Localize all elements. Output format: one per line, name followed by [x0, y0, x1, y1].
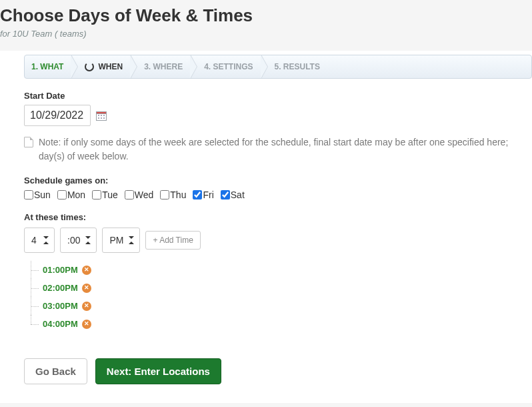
day-thu[interactable]: Thu — [160, 189, 186, 200]
svg-rect-3 — [101, 115, 102, 116]
main-panel: 1. WHAT WHEN 3. WHERE 4. SETTINGS 5. RES… — [0, 51, 532, 403]
time-entry: 01:00PM — [31, 261, 532, 279]
svg-rect-1 — [97, 111, 107, 113]
checkbox-thu[interactable] — [160, 190, 169, 199]
minute-select[interactable]: :00 — [60, 228, 97, 253]
day-wed[interactable]: Wed — [125, 189, 154, 200]
checkbox-sun[interactable] — [24, 190, 33, 199]
time-entry: 02:00PM — [31, 279, 532, 297]
next-button[interactable]: Next: Enter Locations — [95, 358, 221, 384]
time-entry: 03:00PM — [31, 297, 532, 315]
start-date-label: Start Date — [24, 91, 532, 101]
document-icon — [24, 137, 33, 147]
chevron-icon — [191, 55, 197, 79]
ampm-select[interactable]: PM — [102, 228, 140, 253]
checkbox-fri[interactable] — [193, 190, 202, 199]
svg-rect-7 — [103, 117, 105, 119]
days-row: Sun Mon Tue Wed Thu Fri Sat — [24, 189, 532, 200]
day-tue[interactable]: Tue — [92, 189, 118, 200]
go-back-button[interactable]: Go Back — [24, 358, 87, 384]
checkbox-tue[interactable] — [92, 190, 101, 199]
step-settings[interactable]: 4. SETTINGS — [197, 55, 261, 78]
remove-time-icon[interactable] — [82, 284, 91, 293]
wizard-steps: 1. WHAT WHEN 3. WHERE 4. SETTINGS 5. RES… — [24, 55, 532, 79]
svg-rect-5 — [98, 117, 99, 119]
time-value: 02:00PM — [43, 283, 78, 293]
day-sat[interactable]: Sat — [221, 189, 245, 200]
time-value: 04:00PM — [43, 319, 78, 329]
chevron-icon — [131, 55, 137, 79]
remove-time-icon[interactable] — [82, 320, 91, 329]
step-what[interactable]: 1. WHAT — [25, 55, 71, 78]
note-block: Note: if only some days of the week are … — [24, 135, 532, 163]
svg-rect-2 — [98, 115, 99, 116]
chevron-icon — [71, 55, 78, 79]
day-mon[interactable]: Mon — [57, 189, 85, 200]
step-when-label: WHEN — [98, 62, 123, 71]
checkbox-mon[interactable] — [57, 190, 67, 199]
day-sun[interactable]: Sun — [24, 189, 51, 200]
checkbox-wed[interactable] — [125, 190, 134, 199]
calendar-icon[interactable] — [96, 110, 107, 121]
spinner-icon — [85, 62, 94, 71]
schedule-on-label: Schedule games on: — [24, 175, 532, 185]
step-where[interactable]: 3. WHERE — [137, 55, 191, 78]
times-list: 01:00PM 02:00PM 03:00PM 04:00PM — [31, 261, 532, 333]
times-label: At these times: — [24, 212, 532, 222]
page-subtitle: for 10U Team ( teams) — [0, 29, 532, 39]
page-title: Choose Days of Week & Times — [0, 5, 532, 26]
step-results[interactable]: 5. RESULTS — [268, 55, 328, 78]
note-text: Note: if only some days of the week are … — [39, 135, 529, 163]
svg-rect-4 — [103, 115, 105, 116]
hour-select[interactable]: 4 — [24, 228, 55, 253]
start-date-input[interactable] — [24, 105, 91, 126]
svg-rect-6 — [101, 117, 102, 119]
add-time-button[interactable]: + Add Time — [145, 231, 200, 250]
remove-time-icon[interactable] — [82, 302, 91, 311]
time-entry: 04:00PM — [31, 315, 532, 333]
day-fri[interactable]: Fri — [193, 189, 213, 200]
step-when[interactable]: WHEN — [78, 55, 131, 78]
time-value: 01:00PM — [43, 265, 78, 275]
time-value: 03:00PM — [43, 301, 78, 311]
chevron-icon — [261, 55, 268, 79]
checkbox-sat[interactable] — [221, 190, 230, 199]
remove-time-icon[interactable] — [82, 266, 91, 275]
